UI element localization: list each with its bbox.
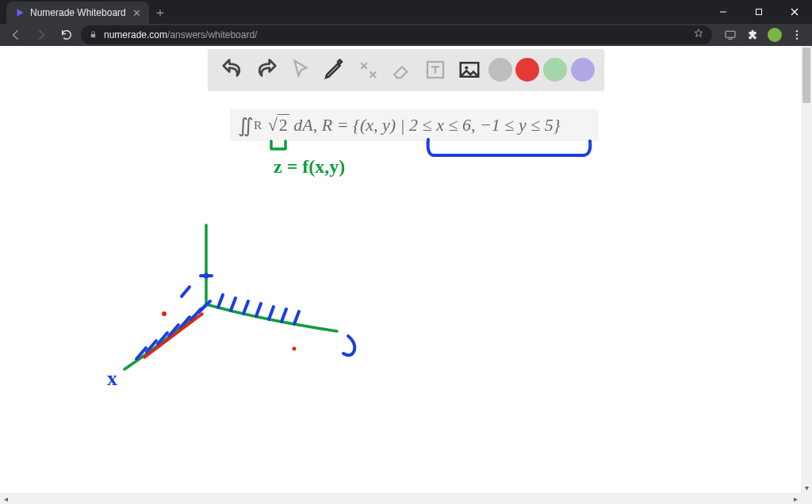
svg-point-16 [293,347,297,351]
page-content: ∬R 2 dA , R = {(x, y) | 2 ≤ x ≤ 6, −1 ≤ … [0,46,812,493]
svg-rect-7 [728,39,732,40]
address-bar[interactable]: numerade.com/answers/whiteboard/ [81,25,712,44]
minimize-button[interactable] [705,0,741,24]
menu-button[interactable] [787,24,807,46]
browser-tab[interactable]: Numerade Whiteboard ✕ [6,2,149,24]
close-tab-icon[interactable]: ✕ [132,7,141,19]
scroll-corner [801,493,812,504]
browser-right-icons [715,24,807,46]
whiteboard-canvas[interactable]: z = f(x,y) [0,46,812,493]
new-tab-button[interactable]: ＋ [149,2,171,24]
reload-button[interactable] [56,24,78,46]
window-controls [705,0,812,24]
tab-title: Numerade Whiteboard [30,7,128,18]
scroll-right-icon[interactable]: ▸ [790,493,801,504]
svg-rect-5 [91,34,96,37]
nav-bar: numerade.com/answers/whiteboard/ [0,24,812,46]
favicon-icon [14,7,25,18]
scroll-thumb[interactable] [802,48,810,103]
lock-icon [89,30,98,40]
axis-label-y: y [348,355,349,357]
close-window-button[interactable] [776,0,812,24]
url-host: numerade.com [104,29,167,40]
profile-button[interactable] [764,24,785,46]
forward-button[interactable] [30,24,52,46]
svg-rect-2 [756,10,761,15]
maximize-button[interactable] [741,0,776,24]
svg-point-10 [796,37,798,39]
svg-marker-0 [17,9,24,16]
scroll-left-icon[interactable]: ◂ [0,493,11,504]
horizontal-scrollbar[interactable]: ◂ ▸ [0,493,812,504]
svg-point-14 [204,273,209,279]
url-text: numerade.com/answers/whiteboard/ [104,29,687,40]
svg-point-8 [796,30,798,32]
annotation-z-fxy: z = f(x,y) [274,156,345,177]
svg-point-15 [162,311,167,316]
star-icon[interactable] [693,28,704,42]
extensions-icon[interactable] [742,24,763,46]
back-button[interactable] [5,24,27,46]
axis-label-x: x [107,367,117,390]
svg-point-9 [796,34,798,36]
titlebar: Numerade Whiteboard ✕ ＋ [0,0,812,24]
tab-strip: Numerade Whiteboard ✕ ＋ [0,0,705,24]
vertical-scrollbar[interactable]: ▴ ▾ [801,46,812,493]
svg-rect-6 [726,31,735,37]
cast-icon[interactable] [720,24,741,46]
scroll-down-icon[interactable]: ▾ [801,482,812,493]
profile-avatar [768,28,782,42]
url-path: /answers/whiteboard/ [167,29,257,40]
